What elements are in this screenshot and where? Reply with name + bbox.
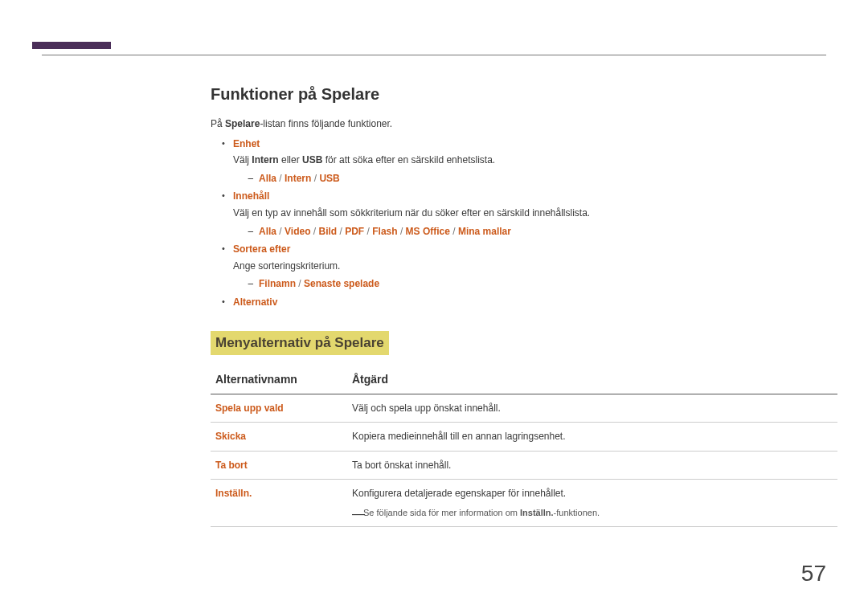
feature-item-enhet: Enhet Välj Intern eller USB för att söka…	[222, 137, 837, 186]
page-number: 57	[801, 556, 826, 591]
footnote: Se följande sida för mer information om …	[352, 506, 833, 520]
column-header-action: Åtgärd	[347, 366, 837, 394]
page: Funktioner på Spelare På Spelare-listan …	[0, 0, 868, 559]
header-rule	[42, 55, 826, 55]
section-subheading: Menyalternativ på Spelare	[211, 331, 389, 355]
page-heading: Funktioner på Spelare	[211, 82, 837, 107]
feature-item-sortera: Sortera efter Ange sorteringskriterium. …	[222, 242, 837, 292]
table-row: Spela upp vald Välj och spela upp önskat…	[211, 394, 837, 423]
sub-option: Alla / Intern / USB	[248, 171, 837, 186]
intro-text: På Spelare-listan finns följande funktio…	[211, 116, 837, 132]
column-header-name: Alternativnamn	[211, 366, 347, 394]
options-table: Alternativnamn Åtgärd Spela upp vald Väl…	[211, 366, 837, 527]
table-row: Skicka Kopiera medieinnehåll till en ann…	[211, 423, 837, 452]
sub-option: Filnamn / Senaste spelade	[248, 276, 837, 292]
feature-item-alternativ: Alternativ	[222, 295, 837, 310]
feature-list: Enhet Välj Intern eller USB för att söka…	[222, 137, 837, 310]
feature-item-innehall: Innehåll Välj en typ av innehåll som sök…	[222, 189, 837, 239]
sub-option: Alla / Video / Bild / PDF / Flash / MS O…	[248, 224, 837, 239]
table-row: Inställn. Konfigurera detaljerade egensk…	[211, 480, 837, 527]
table-row: Ta bort Ta bort önskat innehåll.	[211, 451, 837, 480]
content-column: Funktioner på Spelare På Spelare-listan …	[211, 82, 837, 527]
header-accent-bar	[32, 42, 111, 49]
